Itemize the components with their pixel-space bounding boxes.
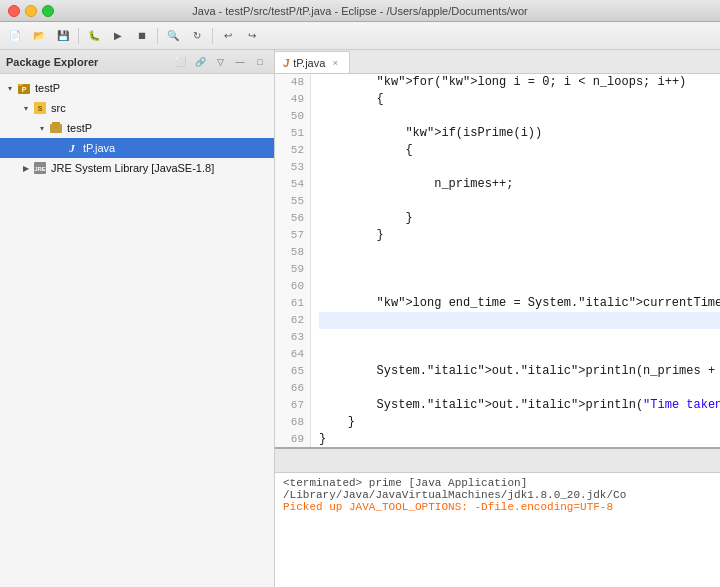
package-explorer-panel: Package Explorer ⬜ 🔗 ▽ — □ ▾PtestP▾Ssrc▾… bbox=[0, 50, 275, 587]
svg-rect-5 bbox=[50, 124, 62, 133]
toolbar-open[interactable]: 📂 bbox=[28, 25, 50, 47]
code-line-69: } bbox=[319, 431, 720, 447]
svg-text:JRE: JRE bbox=[34, 166, 46, 172]
line-number-69: 69 bbox=[275, 431, 310, 447]
tree-item-jre-library[interactable]: ▶JREJRE System Library [JavaSE-1.8] bbox=[0, 158, 274, 178]
bottom-panel: <terminated> prime [Java Application] /L… bbox=[275, 447, 720, 587]
minimize-view-icon[interactable]: — bbox=[232, 54, 248, 70]
project-icon: P bbox=[16, 80, 32, 96]
tree-item-testp-package[interactable]: ▾testP bbox=[0, 118, 274, 138]
tree-label-src-folder: src bbox=[51, 102, 66, 114]
toolbar-redo[interactable]: ↪ bbox=[241, 25, 263, 47]
line-number-67: 67 bbox=[275, 397, 310, 414]
line-number-54: 54 bbox=[275, 176, 310, 193]
code-line-59 bbox=[319, 261, 720, 278]
close-button[interactable] bbox=[8, 5, 20, 17]
tree-label-testp-package: testP bbox=[67, 122, 92, 134]
tree-item-src-folder[interactable]: ▾Ssrc bbox=[0, 98, 274, 118]
console-terminated-line: <terminated> prime [Java Application] /L… bbox=[283, 477, 712, 501]
console-warning-line: Picked up JAVA_TOOL_OPTIONS: -Dfile.enco… bbox=[283, 501, 712, 513]
tree-arrow-tp-java bbox=[52, 142, 64, 154]
package-explorer-tree: ▾PtestP▾Ssrc▾testPJtP.java▶JREJRE System… bbox=[0, 74, 274, 587]
maximize-view-icon[interactable]: □ bbox=[252, 54, 268, 70]
toolbar-separator-1 bbox=[78, 28, 79, 44]
line-number-65: 65 bbox=[275, 363, 310, 380]
code-line-58 bbox=[319, 244, 720, 261]
line-numbers: 4849505152535455565758596061626364656667… bbox=[275, 74, 311, 447]
code-line-56: } bbox=[319, 210, 720, 227]
code-line-49: { bbox=[319, 91, 720, 108]
package-icon bbox=[48, 120, 64, 136]
tree-arrow-testp-project: ▾ bbox=[4, 82, 16, 94]
toolbar-run[interactable]: ▶ bbox=[107, 25, 129, 47]
maximize-button[interactable] bbox=[42, 5, 54, 17]
svg-text:P: P bbox=[22, 86, 27, 93]
line-number-66: 66 bbox=[275, 380, 310, 397]
toolbar-stop[interactable]: ⏹ bbox=[131, 25, 153, 47]
code-line-62 bbox=[319, 312, 720, 329]
toolbar-debug[interactable]: 🐛 bbox=[83, 25, 105, 47]
tree-arrow-src-folder: ▾ bbox=[20, 102, 32, 114]
editor-tab-bar: J tP.java × bbox=[275, 50, 720, 74]
java-file-icon: J bbox=[283, 57, 289, 69]
java-icon: J bbox=[64, 140, 80, 156]
console-content: <terminated> prime [Java Application] /L… bbox=[275, 473, 720, 587]
code-line-50 bbox=[319, 108, 720, 125]
code-line-60 bbox=[319, 278, 720, 295]
editor-tab-close-icon[interactable]: × bbox=[329, 57, 341, 69]
editor-tab-tpjava[interactable]: J tP.java × bbox=[275, 51, 350, 73]
code-line-48: "kw">for("kw">long i = 0; i < n_loops; i… bbox=[319, 74, 720, 91]
editor-tab-label: tP.java bbox=[293, 57, 325, 69]
line-number-61: 61 bbox=[275, 295, 310, 312]
code-line-65: System."italic">out."italic">println(n_p… bbox=[319, 363, 720, 380]
window-title: Java - testP/src/testP/tP.java - Eclipse… bbox=[192, 5, 527, 17]
code-line-54: n_primes++; bbox=[319, 176, 720, 193]
traffic-lights bbox=[8, 5, 54, 17]
toolbar-save[interactable]: 💾 bbox=[52, 25, 74, 47]
tree-label-tp-java: tP.java bbox=[83, 142, 115, 154]
line-number-50: 50 bbox=[275, 108, 310, 125]
tree-arrow-testp-package: ▾ bbox=[36, 122, 48, 134]
link-with-editor-icon[interactable]: 🔗 bbox=[192, 54, 208, 70]
line-number-51: 51 bbox=[275, 125, 310, 142]
code-line-55 bbox=[319, 193, 720, 210]
line-number-55: 55 bbox=[275, 193, 310, 210]
view-menu-icon[interactable]: ▽ bbox=[212, 54, 228, 70]
toolbar-new[interactable]: 📄 bbox=[4, 25, 26, 47]
code-lines: "kw">for("kw">long i = 0; i < n_loops; i… bbox=[311, 74, 720, 447]
tree-label-testp-project: testP bbox=[35, 82, 60, 94]
code-line-53 bbox=[319, 159, 720, 176]
code-line-51: "kw">if(isPrime(i)) bbox=[319, 125, 720, 142]
jre-icon: JRE bbox=[32, 160, 48, 176]
line-number-57: 57 bbox=[275, 227, 310, 244]
toolbar-search[interactable]: 🔍 bbox=[162, 25, 184, 47]
main-area: Package Explorer ⬜ 🔗 ▽ — □ ▾PtestP▾Ssrc▾… bbox=[0, 50, 720, 587]
collapse-all-icon[interactable]: ⬜ bbox=[172, 54, 188, 70]
line-number-59: 59 bbox=[275, 261, 310, 278]
line-number-60: 60 bbox=[275, 278, 310, 295]
editor-panel: J tP.java × 4849505152535455565758596061… bbox=[275, 50, 720, 587]
titlebar: Java - testP/src/testP/tP.java - Eclipse… bbox=[0, 0, 720, 22]
line-number-68: 68 bbox=[275, 414, 310, 431]
code-editor[interactable]: 4849505152535455565758596061626364656667… bbox=[275, 74, 720, 447]
code-line-66 bbox=[319, 380, 720, 397]
code-line-52: { bbox=[319, 142, 720, 159]
line-number-49: 49 bbox=[275, 91, 310, 108]
toolbar-refresh[interactable]: ↻ bbox=[186, 25, 208, 47]
bottom-tab-bar bbox=[275, 449, 720, 473]
line-number-62: 62 bbox=[275, 312, 310, 329]
code-area: 4849505152535455565758596061626364656667… bbox=[275, 74, 720, 447]
line-number-53: 53 bbox=[275, 159, 310, 176]
toolbar-undo[interactable]: ↩ bbox=[217, 25, 239, 47]
tree-item-tp-java[interactable]: JtP.java bbox=[0, 138, 274, 158]
minimize-button[interactable] bbox=[25, 5, 37, 17]
package-explorer-title: Package Explorer bbox=[6, 56, 168, 68]
toolbar-separator-3 bbox=[212, 28, 213, 44]
code-line-67: System."italic">out."italic">println("Ti… bbox=[319, 397, 720, 414]
toolbar-separator-2 bbox=[157, 28, 158, 44]
line-number-63: 63 bbox=[275, 329, 310, 346]
src-icon: S bbox=[32, 100, 48, 116]
line-number-56: 56 bbox=[275, 210, 310, 227]
tree-item-testp-project[interactable]: ▾PtestP bbox=[0, 78, 274, 98]
tree-label-jre-library: JRE System Library [JavaSE-1.8] bbox=[51, 162, 214, 174]
